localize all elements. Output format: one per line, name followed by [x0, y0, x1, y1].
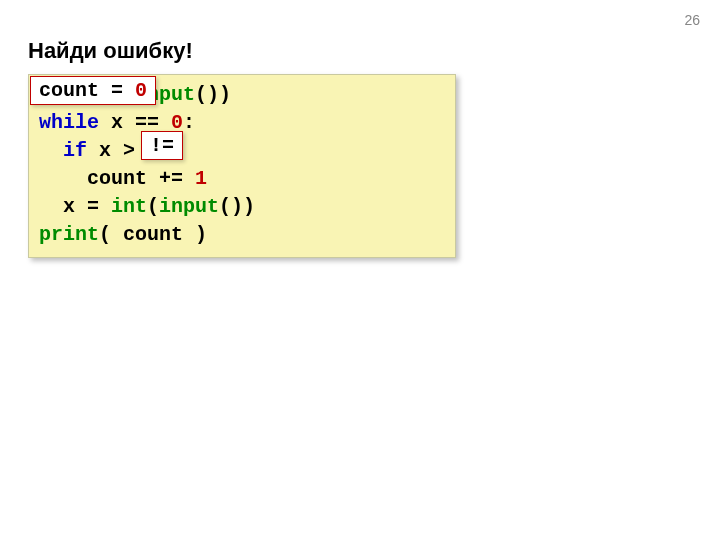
annotation-number: 0 — [135, 79, 147, 102]
code-text: count += — [87, 167, 195, 190]
code-text: : — [183, 111, 195, 134]
correction-annotation-2: != — [141, 131, 183, 160]
annotation-text: count = — [39, 79, 135, 102]
code-line-6: print( count ) — [39, 221, 445, 249]
code-function: int — [111, 195, 147, 218]
code-line-4: count += 1 — [39, 165, 445, 193]
code-number: 1 — [195, 167, 207, 190]
code-text: ( — [147, 195, 159, 218]
code-function: input — [159, 195, 219, 218]
slide-title: Найди ошибку! — [28, 38, 193, 64]
code-keyword: while — [39, 111, 99, 134]
code-text: ()) — [195, 83, 231, 106]
annotation-text: != — [150, 134, 174, 157]
code-line-2: while x == 0: — [39, 109, 445, 137]
code-keyword: if — [63, 139, 87, 162]
code-indent — [39, 139, 63, 162]
code-text: ( count ) — [99, 223, 207, 246]
page-number: 26 — [684, 12, 700, 28]
code-function: print — [39, 223, 99, 246]
code-text: x > — [87, 139, 147, 162]
code-indent — [39, 167, 87, 190]
code-indent — [39, 195, 63, 218]
code-text: ()) — [219, 195, 255, 218]
correction-annotation-1: count = 0 — [30, 76, 156, 105]
code-line-5: x = int(input()) — [39, 193, 445, 221]
code-text: x = — [63, 195, 111, 218]
code-line-3: if x > 0: — [39, 137, 445, 165]
